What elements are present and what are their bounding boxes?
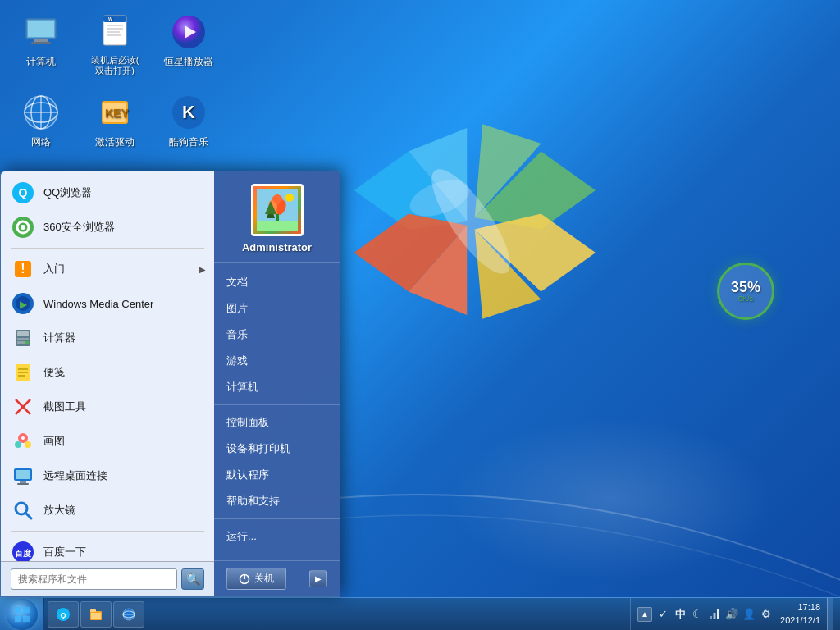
left-menu-item-qq-browser[interactable]: Q QQ浏览器 bbox=[1, 176, 214, 210]
left-menu-divider-2 bbox=[11, 531, 204, 532]
desktop-icon-computer[interactable]: 计算机 bbox=[8, 8, 74, 80]
snipping-label: 截图工具 bbox=[43, 399, 86, 414]
left-menu-item-intro[interactable]: ! 入门 ▶ bbox=[1, 252, 214, 286]
remote-icon bbox=[11, 463, 35, 488]
desktop-icon-kuwo[interactable]: K 酷狗音乐 bbox=[156, 89, 221, 153]
desktop-icon-activate[interactable]: KEY 激活驱动 bbox=[82, 89, 148, 153]
intro-label: 入门 bbox=[43, 262, 65, 276]
tray-expand-arrow[interactable]: ▲ bbox=[637, 607, 652, 622]
svg-rect-43 bbox=[25, 341, 29, 344]
search-input[interactable] bbox=[11, 568, 177, 590]
music-label: 音乐 bbox=[226, 327, 248, 342]
baidu-icon: 百度 bbox=[11, 540, 35, 561]
tray-user-icon[interactable]: 👤 bbox=[742, 607, 756, 622]
desktop-icon-media-player[interactable]: 恒星播放器 bbox=[156, 8, 221, 80]
svg-text:Q: Q bbox=[19, 186, 28, 199]
left-menu-item-paint[interactable]: 画图 bbox=[1, 424, 214, 459]
360-browser-icon bbox=[11, 215, 35, 240]
taskbar-item-qq-browser[interactable]: Q bbox=[48, 601, 79, 628]
taskbar-item-explorer[interactable] bbox=[80, 601, 112, 628]
svg-text:百度: 百度 bbox=[15, 549, 32, 558]
windows-logo bbox=[315, 66, 627, 377]
right-menu-item-devices[interactable]: 设备和打印机 bbox=[214, 436, 340, 462]
desktop-icon-postinstall[interactable]: W 装机后必读(双击打开) bbox=[82, 8, 148, 80]
left-menu-item-snipping[interactable]: 截图工具 bbox=[1, 390, 214, 424]
documents-label: 文档 bbox=[226, 275, 248, 290]
calculator-icon bbox=[11, 326, 35, 350]
desktop-icon-kuwo-label: 酷狗音乐 bbox=[169, 135, 208, 149]
svg-rect-65 bbox=[257, 221, 298, 231]
svg-point-53 bbox=[21, 436, 25, 440]
svg-rect-79 bbox=[90, 609, 96, 612]
desktop-icon-postinstall-label: 装机后必读(双击打开) bbox=[91, 55, 139, 76]
svg-rect-87 bbox=[717, 609, 719, 619]
shutdown-arrow-button[interactable]: ▶ bbox=[309, 570, 327, 587]
tray-network-icon[interactable] bbox=[707, 607, 722, 622]
taskbar-explorer-icon bbox=[88, 606, 104, 623]
svg-rect-42 bbox=[21, 341, 25, 344]
computer-right-label: 计算机 bbox=[226, 380, 258, 395]
left-menu-item-media-center[interactable]: ▶ Windows Media Center bbox=[1, 286, 214, 321]
svg-text:K: K bbox=[182, 102, 195, 122]
svg-rect-86 bbox=[714, 613, 716, 619]
svg-rect-57 bbox=[17, 483, 29, 485]
left-menu-item-sticky[interactable]: 便笺 bbox=[1, 355, 214, 390]
left-menu-item-magnifier[interactable]: 放大镜 bbox=[1, 493, 214, 527]
qq-browser-label: QQ浏览器 bbox=[43, 185, 92, 200]
desktop-icon-activate-label: 激活驱动 bbox=[95, 135, 135, 149]
media-center-label: Windows Media Center bbox=[43, 298, 153, 310]
right-menu-item-games[interactable]: 游戏 bbox=[214, 348, 340, 374]
svg-rect-41 bbox=[17, 341, 21, 344]
right-menu-item-default-programs[interactable]: 默认程序 bbox=[214, 462, 340, 488]
taskbar: Q bbox=[0, 597, 840, 630]
clock[interactable]: 17:18 2021/12/1 bbox=[777, 601, 824, 627]
left-menu-item-remote[interactable]: 远程桌面连接 bbox=[1, 459, 214, 493]
left-menu-item-calculator[interactable]: 计算器 bbox=[1, 321, 214, 355]
sticky-icon bbox=[11, 360, 35, 385]
games-label: 游戏 bbox=[226, 354, 248, 368]
right-menu-item-help[interactable]: 帮助和支持 bbox=[214, 488, 340, 514]
desktop-icon-network[interactable]: 网络 bbox=[8, 89, 74, 153]
shutdown-button[interactable]: 关机 bbox=[226, 568, 286, 590]
svg-rect-40 bbox=[25, 338, 29, 340]
taskbar-item-ie[interactable] bbox=[113, 601, 144, 628]
show-desktop-button[interactable] bbox=[827, 598, 833, 631]
tray-settings-icon[interactable]: ⚙ bbox=[759, 607, 774, 622]
system-tray: ▲ ✓ 中 ☾ 🔊 👤 bbox=[630, 598, 840, 631]
svg-rect-37 bbox=[17, 331, 29, 336]
intro-icon: ! bbox=[11, 257, 35, 281]
right-menu-item-documents[interactable]: 文档 bbox=[214, 269, 340, 295]
shutdown-label: 关机 bbox=[254, 572, 274, 586]
start-orb bbox=[7, 599, 38, 630]
control-panel-label: 控制面板 bbox=[226, 415, 269, 430]
power-icon bbox=[239, 573, 250, 585]
speed-widget: 35% 0K/s bbox=[717, 262, 774, 320]
right-menu-item-control-panel[interactable]: 控制面板 bbox=[214, 409, 340, 436]
search-button[interactable]: 🔍 bbox=[181, 568, 204, 590]
right-menu-item-pictures[interactable]: 图片 bbox=[214, 295, 340, 322]
svg-text:Q: Q bbox=[60, 611, 66, 619]
tray-moon-icon[interactable]: ☾ bbox=[690, 607, 705, 622]
right-menu-items: 文档 图片 音乐 游戏 计算机 控制面板 设备 bbox=[214, 262, 340, 560]
user-avatar[interactable] bbox=[251, 184, 304, 236]
svg-rect-39 bbox=[21, 338, 25, 340]
right-menu-divider-1 bbox=[214, 404, 340, 405]
calculator-label: 计算器 bbox=[43, 331, 75, 345]
tray-notification-icon[interactable]: ✓ bbox=[655, 607, 670, 622]
username[interactable]: Administrator bbox=[242, 241, 312, 253]
tray-language-icon[interactable]: 中 bbox=[673, 607, 687, 622]
right-menu-divider-2 bbox=[214, 518, 340, 519]
tray-volume-icon[interactable]: 🔊 bbox=[724, 607, 739, 622]
left-menu-item-baidu[interactable]: 百度 百度一下 bbox=[1, 535, 214, 561]
left-menu-item-360[interactable]: 360安全浏览器 bbox=[1, 210, 214, 244]
search-section: 🔍 bbox=[1, 561, 214, 596]
svg-rect-38 bbox=[17, 338, 21, 340]
right-menu-item-music[interactable]: 音乐 bbox=[214, 322, 340, 348]
devices-label: 设备和打印机 bbox=[226, 441, 290, 456]
svg-rect-80 bbox=[91, 613, 101, 619]
right-menu-item-computer[interactable]: 计算机 bbox=[214, 374, 340, 400]
right-menu-item-run[interactable]: 运行... bbox=[214, 523, 340, 550]
svg-rect-85 bbox=[710, 616, 712, 619]
clock-time: 17:18 bbox=[780, 601, 820, 614]
start-button[interactable] bbox=[0, 598, 44, 631]
